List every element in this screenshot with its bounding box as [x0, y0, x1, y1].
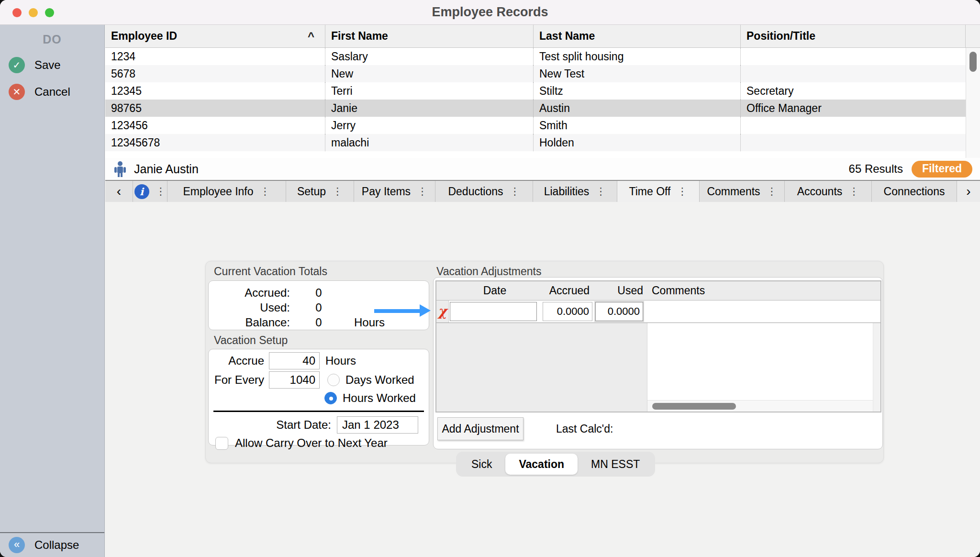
- comments-horizontal-scrollbar[interactable]: [647, 400, 873, 412]
- accrue-input[interactable]: 40: [269, 352, 320, 369]
- adj-column-accrued: Accrued: [541, 284, 594, 297]
- segment-vacation[interactable]: Vacation: [505, 454, 578, 475]
- for-every-label: For Every: [209, 373, 264, 387]
- table-row[interactable]: 12345 Terri Stiltz Secretary: [105, 82, 980, 100]
- add-adjustment-button[interactable]: Add Adjustment: [437, 417, 523, 440]
- adjustment-date-input[interactable]: [450, 302, 537, 321]
- adjustment-comments-input[interactable]: [645, 301, 880, 323]
- table-row[interactable]: 1234 Saslary Test split housing: [105, 48, 980, 65]
- zoom-window-button[interactable]: [45, 8, 54, 17]
- adjustment-row: χ 0.0000 0.0000: [436, 301, 880, 323]
- balance-label: Balance:: [209, 316, 290, 329]
- tab-menu-icon[interactable]: ⋮: [510, 186, 520, 197]
- accrue-label: Accrue: [209, 354, 264, 368]
- totals-title: Current Vacation Totals: [214, 265, 327, 278]
- employee-list: Employee ID ^ First Name Last Name Posit…: [105, 25, 980, 158]
- carry-over-label: Allow Carry Over to Next Year: [235, 436, 388, 450]
- used-label: Used:: [209, 301, 290, 314]
- collapse-button-label: Collapse: [34, 538, 79, 552]
- table-row[interactable]: 12345678 malachi Holden: [105, 134, 980, 151]
- traffic-lights: [12, 0, 54, 25]
- tab-menu-icon[interactable]: ⋮: [767, 186, 777, 197]
- delete-row-button[interactable]: χ: [436, 301, 449, 323]
- tab-comments[interactable]: Comments ⋮: [700, 181, 785, 202]
- setup-title: Vacation Setup: [214, 334, 288, 347]
- column-header-first-name[interactable]: First Name: [325, 25, 534, 47]
- table-row[interactable]: 123456 Jerry Smith: [105, 117, 980, 134]
- pointer-arrow-icon: [374, 304, 431, 317]
- leave-type-segmented-control: Sick Vacation MN ESST: [456, 452, 655, 477]
- carry-over-checkbox[interactable]: [215, 437, 228, 450]
- last-calcd-label: Last Calc'd:: [556, 423, 613, 435]
- save-button[interactable]: ✓ Save: [0, 55, 104, 76]
- sidebar-header: DO: [0, 33, 104, 46]
- filtered-badge[interactable]: Filtered: [912, 161, 972, 178]
- adjustment-used-input[interactable]: 0.0000: [595, 302, 643, 321]
- column-header-last-name[interactable]: Last Name: [534, 25, 741, 47]
- comments-vertical-scrollbar[interactable]: [873, 323, 880, 412]
- tab-liabilities[interactable]: Liabilities ⋮: [533, 181, 617, 202]
- setup-box: Accrue 40 Hours For Every 1040 Days Work…: [208, 349, 429, 446]
- tab-menu-icon[interactable]: ⋮: [849, 186, 859, 197]
- tab-accounts[interactable]: Accounts ⋮: [785, 181, 872, 202]
- accrued-value: 0: [290, 286, 347, 300]
- tab-time-off[interactable]: Time Off ⋮: [617, 181, 700, 202]
- divider: [213, 411, 424, 412]
- tab-pay-items[interactable]: Pay Items ⋮: [354, 181, 435, 202]
- minimize-window-button[interactable]: [29, 8, 38, 17]
- tab-menu-icon[interactable]: ⋮: [333, 186, 343, 197]
- tab-bar: ‹ i ⋮ Employee Info ⋮ Setup ⋮ Pay Items …: [105, 180, 980, 202]
- adjustments-panel: Date Accrued Used Comments χ 0.0000 0.00…: [433, 277, 883, 449]
- days-worked-label: Days Worked: [345, 373, 414, 387]
- vertical-scrollbar[interactable]: [966, 48, 980, 158]
- tab-connections[interactable]: Connections: [872, 181, 957, 202]
- tabs-scroll-left-button[interactable]: ‹: [105, 181, 133, 202]
- adjustments-table: Date Accrued Used Comments χ 0.0000 0.00…: [435, 280, 881, 412]
- collapse-button[interactable]: « Collapse: [0, 532, 104, 557]
- segment-sick[interactable]: Sick: [458, 454, 505, 475]
- save-button-label: Save: [34, 58, 61, 72]
- hours-worked-radio[interactable]: [324, 392, 337, 404]
- column-header-position[interactable]: Position/Title: [741, 25, 966, 47]
- scrollbar-thumb[interactable]: [969, 52, 977, 72]
- tab-menu-icon[interactable]: ⋮: [596, 186, 606, 197]
- tabs-scroll-right-button[interactable]: ›: [957, 181, 980, 202]
- tab-employee-info[interactable]: Employee Info ⋮: [167, 181, 286, 202]
- tab-menu-icon[interactable]: ⋮: [677, 186, 687, 197]
- hours-worked-label: Hours Worked: [343, 391, 416, 405]
- tab-info[interactable]: i ⋮: [133, 181, 167, 202]
- accrue-unit: Hours: [325, 354, 356, 368]
- adjustment-accrued-input[interactable]: 0.0000: [543, 302, 592, 321]
- tab-deductions[interactable]: Deductions ⋮: [435, 181, 533, 202]
- employee-list-header: Employee ID ^ First Name Last Name Posit…: [105, 25, 980, 48]
- cancel-button[interactable]: ✕ Cancel: [0, 81, 104, 102]
- tab-setup[interactable]: Setup ⋮: [286, 181, 354, 202]
- tab-menu-icon[interactable]: ⋮: [417, 186, 427, 197]
- table-row-selected[interactable]: 98765 Janie Austin Office Manager: [105, 100, 980, 117]
- adj-column-used: Used: [594, 284, 646, 297]
- adjustments-title: Vacation Adjustments: [436, 265, 541, 278]
- start-date-label: Start Date:: [209, 418, 331, 432]
- days-worked-radio[interactable]: [327, 374, 340, 386]
- close-window-button[interactable]: [12, 8, 22, 17]
- segment-mn-esst[interactable]: MN ESST: [578, 454, 653, 475]
- double-chevron-left-icon: «: [9, 537, 25, 553]
- balance-value: 0: [290, 316, 347, 329]
- start-date-input[interactable]: Jan 1 2023: [337, 416, 418, 434]
- for-every-input[interactable]: 1040: [269, 371, 320, 389]
- cancel-button-label: Cancel: [34, 85, 70, 99]
- sidebar: DO ✓ Save ✕ Cancel « Collapse: [0, 25, 105, 557]
- column-header-employee-id[interactable]: Employee ID ^: [105, 25, 325, 47]
- time-off-content: Current Vacation Totals Accrued: 0 Used:…: [105, 202, 980, 557]
- totals-unit: Hours: [347, 316, 429, 329]
- employee-records-window: Employee Records DO ✓ Save ✕ Cancel « Co…: [0, 0, 980, 557]
- time-off-panel: Current Vacation Totals Accrued: 0 Used:…: [205, 261, 884, 463]
- tab-menu-icon[interactable]: ⋮: [260, 186, 270, 197]
- tab-menu-icon[interactable]: ⋮: [156, 186, 166, 197]
- record-header-bar: Janie Austin 65 Results Filtered: [105, 158, 980, 180]
- adj-column-date: Date: [449, 284, 541, 297]
- accrued-label: Accrued:: [209, 286, 290, 300]
- title-bar: Employee Records: [0, 0, 980, 25]
- scrollbar-thumb[interactable]: [652, 403, 736, 410]
- table-row[interactable]: 5678 New New Test: [105, 65, 980, 82]
